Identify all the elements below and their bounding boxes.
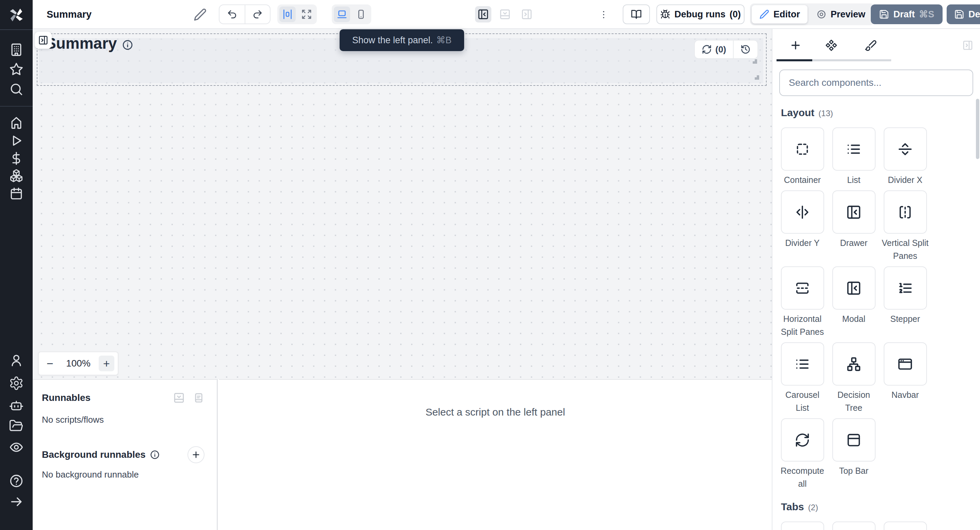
component-card-refresh[interactable] — [781, 418, 824, 461]
sidebar-item-play-icon[interactable] — [9, 133, 24, 148]
component-card-decision-tree[interactable] — [832, 342, 875, 386]
edit-title-pencil-icon[interactable] — [193, 8, 207, 21]
collapse-right-panel-icon[interactable] — [962, 40, 973, 51]
more-menu-button[interactable] — [598, 0, 610, 29]
component-card-drawer[interactable] — [832, 190, 875, 234]
component-label: Vertical Split Panes — [881, 236, 930, 262]
component-card-vsplit[interactable] — [884, 190, 927, 234]
modal-icon — [846, 280, 862, 296]
debug-runs-button[interactable]: Debug runs (0) — [656, 5, 745, 24]
carousel-list-icon — [795, 356, 810, 372]
sidebar-item-user-icon[interactable] — [9, 353, 24, 368]
component-cell: Drawer — [829, 190, 878, 262]
component-card-modal[interactable] — [832, 267, 875, 310]
history-button[interactable] — [733, 40, 757, 58]
component-panel: Layout (13) Container List — [772, 29, 980, 530]
sidebar-item-building-icon[interactable] — [9, 42, 24, 57]
right-panel-toggle[interactable] — [519, 6, 535, 22]
open-left-panel-button[interactable] — [35, 32, 52, 49]
sidebar-item-search-icon[interactable] — [9, 82, 24, 97]
expand-canvas-toggle[interactable] — [298, 6, 315, 22]
deploy-label: Deploy — [969, 9, 980, 20]
zoom-control: − 100% + — [38, 351, 118, 375]
mobile-view-toggle[interactable] — [353, 6, 369, 22]
editor-tab[interactable]: Editor — [752, 5, 808, 24]
left-panel-tooltip: Show the left panel. ⌘B — [340, 29, 464, 51]
sidebar-item-eye-icon[interactable] — [9, 440, 24, 455]
toolbar: Summary Debug runs (0) — [33, 0, 980, 29]
sidebar-item-star-icon[interactable] — [9, 62, 24, 77]
component-label: Navbar — [891, 388, 919, 401]
component-card-navbar[interactable] — [884, 342, 927, 386]
sidebar-item-folder-open-icon[interactable] — [9, 418, 24, 433]
component-cell: Divider X — [881, 128, 930, 186]
fit-width-toggle[interactable] — [279, 6, 296, 22]
component-card-divider-y[interactable] — [781, 190, 824, 234]
draft-button[interactable]: Draft ⌘S — [871, 5, 943, 24]
component-cell — [881, 522, 930, 530]
widget-heading: Summary — [46, 38, 134, 53]
component-card-list[interactable] — [832, 128, 875, 171]
tab-styling[interactable] — [852, 29, 890, 61]
resize-handle[interactable] — [753, 59, 757, 64]
component-cell: Carousel List — [778, 342, 827, 414]
bottom-panel-toggle[interactable] — [497, 6, 513, 22]
search-components-input[interactable] — [779, 69, 973, 96]
no-background-text: No background runnable — [42, 469, 205, 480]
redo-button[interactable] — [245, 5, 270, 24]
component-card-stepper[interactable] — [884, 267, 927, 310]
add-background-runnable-button[interactable] — [188, 446, 205, 463]
sidebar-item-calendar-icon[interactable] — [9, 186, 24, 201]
component-cell: List — [829, 128, 878, 186]
sidebar — [0, 0, 33, 530]
sidebar-item-gear-icon[interactable] — [9, 376, 24, 391]
component-card[interactable] — [781, 522, 824, 530]
app-canvas[interactable]: Summary (0) − 10 — [33, 29, 772, 379]
component-card-topbar[interactable] — [832, 418, 875, 461]
save-icon — [879, 9, 889, 19]
preview-tab[interactable]: Preview — [809, 5, 873, 24]
component-card-container[interactable] — [781, 128, 824, 171]
sidebar-item-boxes-icon[interactable] — [9, 169, 24, 184]
component-card-carousel-list[interactable] — [781, 342, 824, 386]
component-card-hsplit[interactable] — [781, 267, 824, 310]
component-card-divider-x[interactable] — [884, 128, 927, 171]
sidebar-item-dollar-icon[interactable] — [9, 151, 24, 166]
resize-handle[interactable] — [755, 75, 759, 80]
component-label: Modal — [842, 312, 865, 325]
deploy-button[interactable]: Deploy — [947, 5, 980, 24]
left-panel-toggle[interactable] — [475, 6, 492, 22]
refresh-count: (0) — [715, 44, 726, 55]
divider-y-icon — [795, 204, 810, 220]
sidebar-item-arrow-right-icon[interactable] — [9, 494, 24, 509]
brush-icon — [865, 39, 877, 51]
drawer-icon — [846, 204, 862, 220]
sidebar-item-help-icon[interactable] — [9, 473, 24, 488]
windmill-logo-icon[interactable] — [8, 7, 24, 23]
section-count: (13) — [818, 109, 833, 118]
undo-redo-group — [219, 5, 270, 24]
divider-x-icon — [897, 141, 913, 157]
component-card[interactable] — [832, 522, 875, 530]
draft-label: Draft — [893, 9, 915, 20]
info-icon[interactable] — [150, 450, 160, 460]
sidebar-item-robot-icon[interactable] — [9, 398, 24, 413]
scrollbar-thumb[interactable] — [976, 99, 979, 159]
info-icon[interactable] — [122, 39, 134, 51]
refresh-button[interactable]: (0) — [695, 40, 733, 58]
runnables-doc-icon[interactable] — [193, 392, 205, 404]
docs-button[interactable] — [623, 5, 650, 24]
zoom-out-button[interactable]: − — [42, 356, 58, 371]
zoom-in-button[interactable]: + — [99, 356, 115, 371]
pencil-icon — [759, 9, 769, 19]
tab-component-settings[interactable] — [812, 29, 850, 61]
component-label: Stepper — [890, 312, 920, 325]
component-card[interactable] — [884, 522, 927, 530]
tab-insert-component[interactable] — [776, 29, 815, 61]
desktop-view-toggle[interactable] — [334, 6, 350, 22]
collapse-panel-icon[interactable] — [173, 392, 185, 404]
undo-button[interactable] — [220, 5, 245, 24]
sidebar-item-home-icon[interactable] — [9, 115, 24, 130]
editor-label: Editor — [773, 9, 800, 20]
component-sections: Layout (13) Container List — [772, 107, 980, 530]
